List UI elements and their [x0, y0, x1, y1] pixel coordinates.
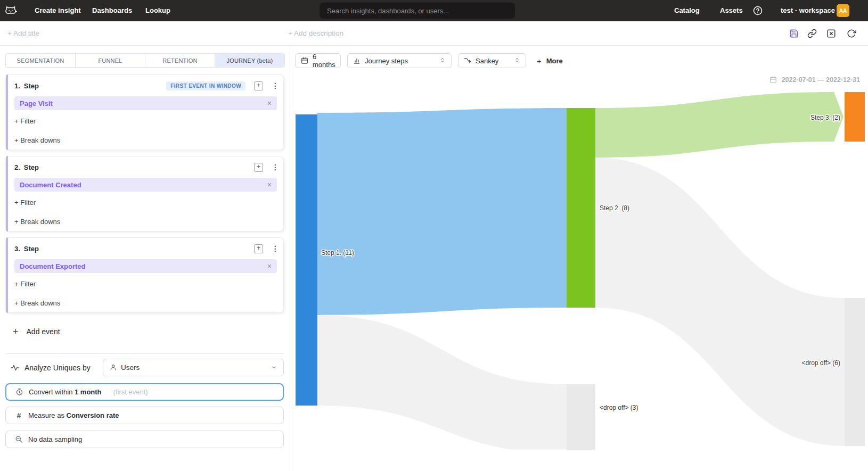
sankey-chart: Step 1. (11)Step 2. (8)Step 3. (2)<drop … — [291, 75, 868, 450]
step-menu-icon[interactable]: ⋮ — [272, 163, 277, 171]
event-pill-label: Document Created — [20, 181, 81, 189]
sankey-link-step1-dropoff1[interactable] — [317, 315, 567, 450]
add-title-button[interactable]: + Add title — [7, 21, 39, 46]
plus-icon: + — [537, 56, 542, 65]
brand-cat-logo-icon[interactable] — [4, 4, 17, 17]
analyze-entity-select[interactable]: Users — [103, 359, 284, 376]
more-options-button[interactable]: + More — [537, 56, 563, 65]
add-event-to-step-button[interactable]: + — [254, 244, 263, 253]
analyze-row: Analyze Uniques by Users — [11, 359, 284, 376]
nav-dashboards[interactable]: Dashboards — [92, 0, 132, 21]
add-breakdown-link[interactable]: + Break downs — [14, 136, 60, 144]
first-event-badge: FIRST EVENT IN WINDOW — [166, 81, 245, 90]
plus-icon: + — [13, 326, 19, 337]
sankey-link-step2-step3[interactable] — [595, 92, 844, 158]
sankey-node-step2[interactable] — [567, 108, 595, 308]
refresh-icon[interactable] — [847, 29, 856, 38]
nav-assets[interactable]: Assets — [720, 0, 743, 21]
remove-event-icon[interactable]: × — [267, 262, 272, 270]
calendar-icon — [301, 57, 308, 64]
chart-controls: 6 months Journey steps Sankey — [295, 53, 563, 68]
nav-create-insight[interactable]: Create insight — [35, 0, 81, 21]
analyze-entity-value: Users — [121, 363, 140, 371]
add-breakdown-link[interactable]: + Break downs — [14, 299, 60, 307]
event-pill-label: Document Exported — [20, 262, 86, 270]
sankey-node-dropoff2[interactable] — [845, 298, 865, 446]
step-number: 3. — [14, 245, 20, 253]
measure-setting[interactable]: # Measure as Conversion rate — [5, 407, 284, 424]
conversion-window-setting[interactable]: Convert within 1 month (first event) — [5, 383, 284, 401]
add-filter-link[interactable]: + Filter — [14, 280, 36, 288]
event-pill-label: Page Visit — [20, 100, 53, 108]
tab-segmentation[interactable]: SEGMENTATION — [6, 54, 76, 67]
sampling-label: No data sampling — [28, 435, 82, 443]
convert-hint: (first event) — [113, 388, 148, 396]
sankey-node-step1[interactable] — [296, 114, 317, 406]
sankey-node-label-step1: Step 1. (11) — [321, 249, 354, 257]
step-number: 1. — [14, 82, 20, 90]
card-accent-bar — [6, 156, 8, 232]
step-menu-icon[interactable]: ⋮ — [272, 81, 277, 90]
journey-view-select[interactable]: Journey steps — [347, 53, 452, 68]
step-title: Step — [24, 163, 39, 171]
time-period-button[interactable]: 6 months — [295, 53, 341, 68]
remove-event-icon[interactable]: × — [267, 180, 272, 189]
add-event-button[interactable]: + Add event — [13, 324, 60, 340]
measure-value: Conversion rate — [67, 411, 119, 419]
analyze-label: Analyze Uniques by — [24, 363, 91, 372]
copy-link-icon[interactable] — [807, 29, 817, 38]
workspace-name[interactable]: test - workspace — [781, 0, 835, 21]
step-title: Step — [24, 82, 39, 90]
insight-title-bar: + Add title + Add description — [0, 21, 868, 46]
panel-divider — [5, 353, 284, 354]
add-description-button[interactable]: + Add description — [288, 21, 343, 46]
nav-catalog[interactable]: Catalog — [674, 0, 700, 21]
user-avatar[interactable]: AA — [837, 4, 849, 17]
sankey-icon — [464, 57, 471, 64]
add-filter-link[interactable]: + Filter — [14, 199, 36, 206]
step-number: 2. — [14, 163, 20, 171]
sankey-node-label-dropoff2: <drop off> (6) — [802, 359, 841, 367]
tab-funnel[interactable]: FUNNEL — [76, 54, 145, 67]
convert-window-value: 1 month — [75, 388, 102, 396]
global-search-input[interactable] — [320, 3, 515, 19]
add-filter-link[interactable]: + Filter — [14, 117, 36, 125]
save-icon[interactable] — [789, 29, 799, 38]
clear-insight-icon[interactable] — [826, 29, 836, 38]
step-title: Step — [24, 245, 39, 253]
activity-icon — [11, 363, 19, 372]
sankey-node-step3[interactable] — [845, 92, 865, 142]
help-icon[interactable] — [753, 6, 763, 15]
event-pill[interactable]: Document Created × — [14, 178, 277, 192]
step-card-3: 3. Step + ⋮ Document Exported × + Filter… — [5, 237, 284, 313]
event-pill[interactable]: Page Visit × — [14, 96, 277, 110]
tab-journey[interactable]: JOURNEY (beta) — [215, 54, 284, 67]
sankey-link-step1-step2[interactable] — [317, 108, 567, 315]
measure-text: Measure as Conversion rate — [28, 411, 119, 419]
hash-icon: # — [15, 411, 23, 420]
sankey-node-label-step3: Step 3. (2) — [810, 114, 840, 121]
event-pill[interactable]: Document Exported × — [14, 259, 277, 273]
select-updown-icon — [439, 57, 446, 64]
nav-lookup[interactable]: Lookup — [145, 0, 170, 21]
step-menu-icon[interactable]: ⋮ — [272, 244, 277, 253]
chevron-down-icon — [271, 365, 277, 370]
sankey-node-dropoff1[interactable] — [567, 384, 595, 450]
chart-pane: 6 months Journey steps Sankey — [291, 46, 868, 471]
step-card-2: 2. Step + ⋮ Document Created × + Filter … — [5, 156, 284, 232]
step-card-1: 1. Step FIRST EVENT IN WINDOW + ⋮ Page V… — [5, 75, 284, 150]
remove-event-icon[interactable]: × — [267, 99, 272, 108]
chart-type-select[interactable]: Sankey — [458, 53, 526, 68]
zoom-out-icon — [15, 435, 23, 443]
add-breakdown-link[interactable]: + Break downs — [14, 218, 60, 226]
insight-type-tabs: SEGMENTATION FUNNEL RETENTION JOURNEY (b… — [5, 53, 285, 68]
add-event-to-step-button[interactable]: + — [254, 163, 263, 172]
top-navigation-bar: Create insight Dashboards Lookup Catalog… — [0, 0, 868, 21]
data-sampling-setting[interactable]: No data sampling — [5, 431, 284, 448]
clock-icon — [15, 388, 23, 396]
sankey-node-label-dropoff1: <drop off> (3) — [600, 404, 638, 411]
sankey-link-step2-dropoff2[interactable] — [595, 158, 845, 446]
add-event-to-step-button[interactable]: + — [254, 81, 263, 90]
tab-retention[interactable]: RETENTION — [145, 54, 215, 67]
sankey-node-label-step2: Step 2. (8) — [600, 204, 629, 212]
